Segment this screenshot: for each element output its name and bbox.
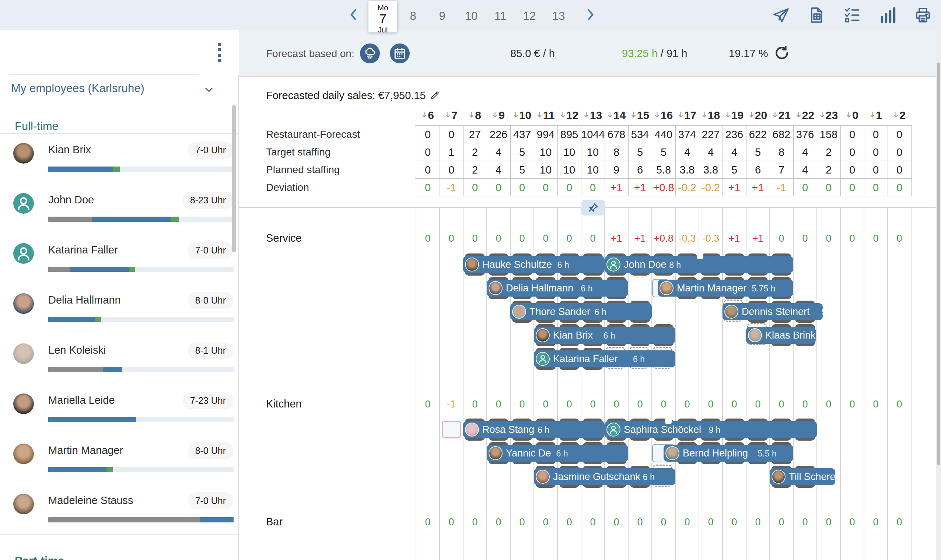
stats-icon[interactable] [879,6,897,24]
gantt-gridline [887,208,888,560]
shift-bar[interactable]: Klaas Brinkr [746,327,816,344]
send-icon[interactable] [772,6,790,24]
progress-segment-green [171,217,179,222]
shift-employee-name: Martin Manager [677,283,746,294]
shift-bar[interactable]: Jasmine Gutschank6 h [534,468,675,485]
shift-bar[interactable]: Delia Hallmann6 h [487,280,628,297]
print-icon[interactable] [914,6,932,24]
employee-row[interactable]: Katarina Faller7-0 Uhr [0,234,238,284]
refresh-icon[interactable] [774,45,790,61]
employee-progress-bar [48,417,234,422]
table-cell: 0 [887,146,911,158]
pin-button[interactable] [581,200,605,215]
shift-avatar [465,423,479,437]
understaffed-slot[interactable] [442,421,461,438]
deviation-cell: 0 [887,182,911,194]
table-cell: 0 [416,164,440,176]
contract-section-label: Full-time [15,120,58,133]
sidebar-scrollbar[interactable] [232,105,236,252]
section-deviation-cell: 0 [770,517,793,528]
shift-bar[interactable]: Katarina Faller6 h [534,350,675,367]
employee-row[interactable]: John Doe8-23 Uhr [0,183,238,234]
day-tab-10[interactable]: 10 [460,9,482,23]
avatar [13,243,34,264]
section-deviation-cell: 0 [817,398,840,410]
shift-employee-name: Thore Sander [529,306,590,318]
progress-segment-green [95,317,101,322]
employee-hours-badge: 8-23 Uhr [183,192,233,209]
avatar [13,193,34,214]
section-deviation-cell: 0 [723,398,746,410]
section-deviation-cell: 0 [487,517,510,528]
table-cell: 994 [534,129,557,141]
export-table-icon[interactable] [808,6,825,24]
shift-hours-label: 6 h [557,449,568,459]
section-deviation-cell: 0 [840,398,864,410]
shift-bar[interactable]: Hauke Schultze6 h [463,256,604,273]
day-tab-11[interactable]: 11 [489,9,511,23]
edit-pencil-icon[interactable] [430,90,440,101]
employee-row[interactable]: Delia Hallmann8-0 Uhr [0,284,238,334]
kebab-menu-icon[interactable] [217,43,222,66]
calendar-icon[interactable] [390,43,410,63]
section-deviation-cell: 0 [416,233,440,244]
table-cell: 678 [604,129,628,141]
section-deviation-cell: -1 [440,398,463,410]
table-cell: 3.8 [675,164,699,176]
shift-bar[interactable]: Thore Sander6 h [510,303,652,320]
section-deviation-cell: 0 [628,398,652,410]
employee-row[interactable]: Mariella Leide7-23 Uhr [0,384,238,434]
hour-header-1: 1 [864,109,887,122]
employee-row[interactable]: Madeleine Stauss7-0 Uhr [0,484,238,534]
deviation-cell: -0.2 [675,182,699,194]
checklist-icon[interactable] [843,6,861,24]
section-deviation-cell: 0 [581,233,604,244]
employee-hours-badge: 7-23 Uhr [183,392,233,409]
shift-bar[interactable]: Bernd Helpling5.5 h [664,445,793,462]
employee-hours-badge: 8-0 Uhr [188,442,233,459]
prev-week-button[interactable] [346,7,362,23]
shift-bar[interactable]: Till Scherer [770,468,835,485]
employee-group-dropdown[interactable]: My employees (Karlsruhe) [11,82,232,98]
table-cell: 10 [557,164,581,176]
day-tab-13[interactable]: 13 [547,9,570,23]
main-scrollbar-track[interactable] [936,30,941,560]
progress-segment-green [106,467,113,472]
deviation-cell: -0.2 [699,182,723,194]
section-deviation-cell: 0 [817,233,840,244]
weather-icon[interactable] [360,43,380,63]
table-cell: 4 [699,146,723,158]
employee-row[interactable]: Martin Manager8-0 Uhr [0,434,238,484]
shift-bar[interactable]: Martin Manager5.75 h [658,280,793,297]
main-scrollbar-thumb[interactable] [937,63,940,465]
employee-hours-badge: 8-0 Uhr [188,292,233,309]
employee-hours-badge: 7-0 Uhr [188,492,233,509]
section-deviation-cell: 0 [510,233,534,244]
employee-row[interactable]: Len Koleiski8-1 Uhr [0,334,238,384]
section-deviation-cell: 0 [746,517,770,528]
next-week-button[interactable] [582,7,598,23]
selected-day-tab[interactable]: Mo 7 Jul [369,1,397,32]
section-deviation-cell: 0 [817,517,840,528]
hour-header-23: 23 [817,109,840,122]
table-cell: 10 [534,164,557,176]
table-cell: 1 [440,146,463,158]
section-deviation-cell: 0 [416,398,440,410]
day-tab-8[interactable]: 8 [402,9,424,23]
shift-bar[interactable]: Dennis Steinert5 h [723,303,823,320]
employee-name: John Doe [48,194,94,206]
day-tab-9[interactable]: 9 [431,9,453,23]
shift-bar[interactable]: Rosa Stang6 h [463,421,604,438]
section-deviation-cell: 0 [864,398,887,410]
shift-bar[interactable]: Saphira Schöckel9 h [604,421,817,438]
day-tab-12[interactable]: 12 [518,9,541,23]
shift-bar[interactable]: Kian Brix6 h [534,327,675,344]
table-cell: 4 [723,146,746,158]
shift-hours-label: 5.75 h [752,284,776,294]
table-cell: 158 [817,129,840,141]
employee-row[interactable]: Kian Brix7-0 Uhr [0,133,238,183]
section-deviation-cell: 0 [463,233,487,244]
section-deviation-cell: 0 [557,517,581,528]
shift-bar[interactable]: Yannic De6 h [487,445,628,462]
section-deviation-cell: 0 [699,398,723,410]
